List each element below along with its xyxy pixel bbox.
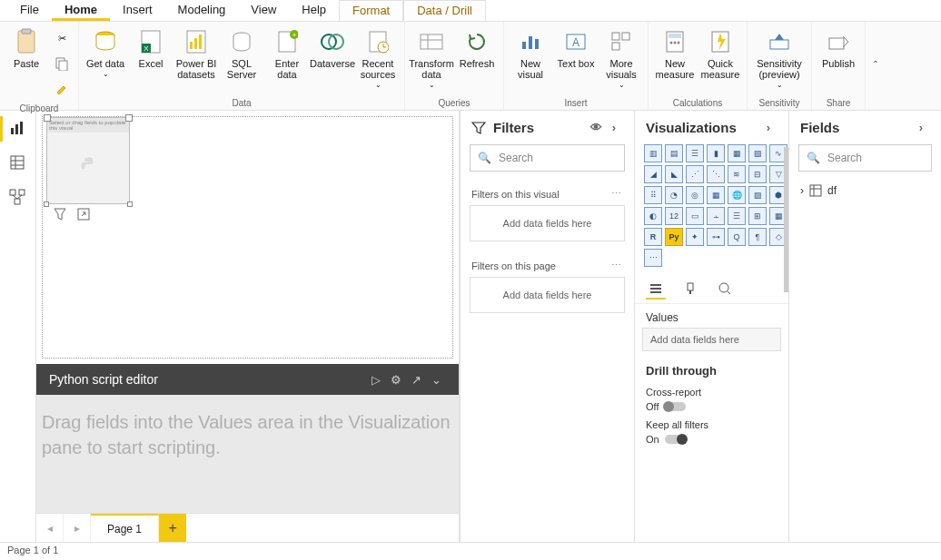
format-painter-button[interactable]	[49, 78, 74, 102]
viz-line-stacked[interactable]: ⋰	[686, 165, 704, 183]
cross-report-toggle[interactable]: Off	[646, 401, 686, 412]
more-visuals-button[interactable]: More visuals⌄	[599, 25, 644, 93]
tab-data-drill[interactable]: Data / Drill	[403, 0, 486, 21]
keep-filters-toggle[interactable]: On	[646, 434, 687, 445]
viz-qna[interactable]: Q	[728, 228, 746, 246]
editor-settings-button[interactable]: ⚙	[386, 373, 406, 387]
viz-analytics-tab[interactable]	[715, 280, 735, 300]
viz-python[interactable]: Py	[665, 228, 683, 246]
filters-view-toggle[interactable]: 👁	[587, 121, 605, 134]
viz-kpi[interactable]: ⫠	[707, 207, 725, 225]
viz-area[interactable]: ◢	[644, 165, 662, 183]
viz-donut[interactable]: ◎	[686, 186, 704, 204]
visual-filters-more[interactable]: ⋯	[611, 188, 623, 200]
svg-rect-39	[11, 128, 14, 134]
viz-clustered-column[interactable]: ▮	[707, 144, 725, 162]
viz-ribbon[interactable]: ≋	[728, 165, 746, 183]
svg-rect-46	[10, 190, 15, 195]
page-next-button[interactable]: ▸	[64, 514, 91, 542]
fields-table-df[interactable]: › df	[789, 181, 941, 201]
cut-button[interactable]: ✂	[49, 27, 74, 51]
excel-button[interactable]: XExcel	[128, 25, 173, 71]
text-box-button[interactable]: AText box	[553, 25, 599, 71]
visual-focus-icon[interactable]	[77, 208, 92, 222]
viz-collapse-button[interactable]: ›	[759, 121, 778, 134]
viz-decomposition[interactable]: ⊶	[707, 228, 725, 246]
page-tab-1[interactable]: Page 1	[91, 514, 159, 542]
viz-scatter[interactable]: ⠿	[644, 186, 662, 204]
editor-collapse-button[interactable]: ⌄	[426, 373, 446, 387]
viz-more[interactable]: ⋯	[644, 249, 662, 267]
viz-map[interactable]: 🌐	[728, 186, 746, 204]
recent-sources-button[interactable]: Recent sources⌄	[355, 25, 401, 93]
editor-run-button[interactable]: ▷	[366, 373, 386, 387]
report-canvas[interactable]: Select or drag fields to populate this v…	[42, 116, 453, 359]
visual-filter-icon[interactable]	[54, 208, 68, 222]
viz-pie[interactable]: ◔	[665, 186, 683, 204]
copy-button[interactable]	[49, 53, 74, 76]
data-view-button[interactable]	[9, 154, 27, 172]
viz-treemap[interactable]: ▦	[707, 186, 725, 204]
dataverse-button[interactable]: Dataverse	[310, 25, 355, 71]
viz-table[interactable]: ⊞	[748, 207, 767, 225]
viz-gauge[interactable]: ◐	[644, 207, 662, 225]
python-visual-placeholder[interactable]: Select or drag fields to populate this v…	[46, 117, 130, 204]
tab-insert[interactable]: Insert	[110, 0, 165, 21]
ribbon-group-share: Publish Share	[812, 22, 866, 110]
viz-slicer[interactable]: ☰	[728, 207, 746, 225]
viz-filled-map[interactable]: ▨	[748, 186, 767, 204]
page-filters-dropzone[interactable]: Add data fields here	[470, 277, 625, 313]
get-data-button[interactable]: Get data⌄	[83, 25, 128, 82]
refresh-button[interactable]: Refresh	[454, 25, 500, 71]
tab-help[interactable]: Help	[289, 0, 339, 21]
tab-file[interactable]: File	[7, 0, 52, 21]
viz-stacked-column[interactable]: ▤	[665, 144, 683, 162]
viz-narrative[interactable]: ¶	[748, 228, 767, 246]
new-measure-button[interactable]: New measure	[652, 25, 698, 82]
filters-search-input[interactable]: 🔍 Search	[470, 144, 625, 172]
fields-collapse-button[interactable]: ›	[912, 121, 930, 134]
pbi-datasets-button[interactable]: Power BI datasets	[173, 25, 219, 82]
add-page-button[interactable]: +	[159, 514, 186, 542]
viz-values-dropzone[interactable]: Add data fields here	[642, 328, 781, 351]
transform-data-button[interactable]: Transform data⌄	[409, 25, 454, 93]
viz-scrollbar[interactable]	[784, 147, 788, 292]
viz-waterfall[interactable]: ⊟	[748, 165, 767, 183]
fields-search-input[interactable]: 🔍 Search	[798, 144, 932, 172]
ribbon-group-insert: New visual AText box More visuals⌄ Inser…	[504, 22, 649, 110]
viz-line-clustered[interactable]: ⋱	[707, 165, 725, 183]
tab-view[interactable]: View	[238, 0, 289, 21]
page-prev-button[interactable]: ◂	[36, 514, 64, 542]
viz-card[interactable]: 12	[665, 207, 683, 225]
report-view-button[interactable]	[9, 120, 27, 138]
viz-format-tab[interactable]	[680, 280, 700, 300]
viz-stacked-area[interactable]: ◣	[665, 165, 683, 183]
sensitivity-button[interactable]: Sensitivity (preview)⌄	[751, 25, 807, 93]
editor-popout-button[interactable]: ↗	[406, 373, 426, 387]
viz-100-column[interactable]: ▧	[748, 144, 767, 162]
visual-filters-dropzone[interactable]: Add data fields here	[470, 205, 625, 241]
tab-modeling[interactable]: Modeling	[165, 0, 239, 21]
publish-button[interactable]: Publish	[816, 25, 861, 71]
svg-rect-41	[20, 122, 23, 134]
textbox-icon: A	[561, 27, 590, 56]
viz-fields-tab[interactable]	[646, 280, 666, 300]
paste-button[interactable]: Paste	[4, 25, 49, 71]
sql-server-button[interactable]: SQL Server	[219, 25, 264, 82]
viz-key-influencers[interactable]: ✦	[686, 228, 704, 246]
tab-format[interactable]: Format	[339, 0, 403, 21]
viz-r[interactable]: R	[644, 228, 662, 246]
model-view-button[interactable]	[9, 189, 27, 207]
enter-data-button[interactable]: +Enter data	[264, 25, 310, 82]
collapse-ribbon-button[interactable]: ˆ	[866, 22, 886, 110]
new-visual-button[interactable]: New visual	[508, 25, 553, 82]
filters-collapse-button[interactable]: ›	[605, 121, 623, 134]
viz-clustered-bar[interactable]: ☰	[686, 144, 704, 162]
tab-home[interactable]: Home	[52, 0, 110, 21]
quick-measure-button[interactable]: Quick measure	[698, 25, 743, 82]
viz-stacked-bar[interactable]: ▥	[644, 144, 662, 162]
table-icon	[809, 184, 822, 197]
page-filters-more[interactable]: ⋯	[611, 260, 623, 271]
viz-100-bar[interactable]: ▦	[728, 144, 746, 162]
viz-multi-card[interactable]: ▭	[686, 207, 704, 225]
